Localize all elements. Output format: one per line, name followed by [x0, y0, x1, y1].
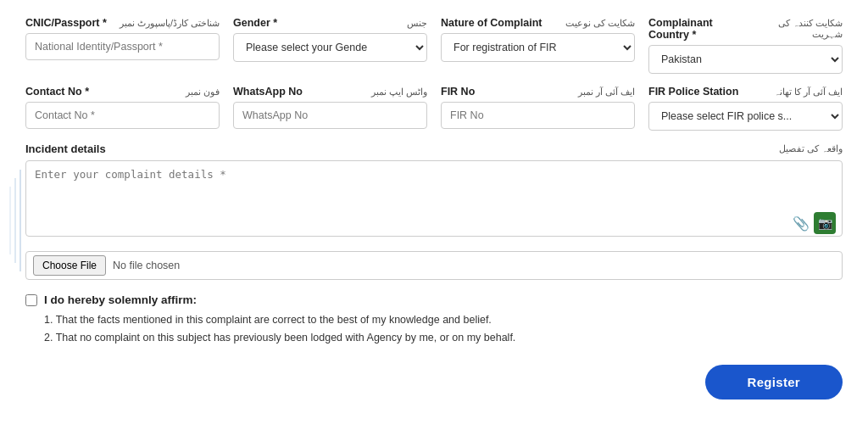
incident-textarea[interactable] [25, 160, 843, 237]
contact-field-group: Contact No * فون نمبر [25, 86, 220, 129]
paperclip-icon[interactable]: 📎 [792, 214, 810, 232]
affirm-checkbox[interactable] [25, 294, 37, 306]
camera-icon[interactable]: 📷 [814, 212, 836, 234]
fir-station-label-urdu: ایف آئی آر کا تھانہ [774, 87, 843, 98]
nature-select[interactable]: For registration of FIR Other [441, 33, 635, 62]
incident-label-text: Incident details [25, 142, 106, 155]
no-file-text: No file chosen [113, 260, 180, 271]
nature-label: Nature of Complaint شکایت کی نوعیت [441, 17, 635, 29]
textarea-icon-group: 📎 📷 [792, 212, 836, 234]
nature-label-text: Nature of Complaint [441, 17, 542, 29]
affirm-heading-text: I do hereby solemnly affirm: [44, 293, 197, 306]
file-input-row: Choose File No file chosen [25, 251, 843, 280]
row-2: Contact No * فون نمبر WhatsApp No واٹس ا… [25, 86, 843, 131]
register-row: Register [25, 365, 843, 400]
country-label-urdu: شکایت کنندہ کی شہریت [754, 18, 843, 40]
whatsapp-field-group: WhatsApp No واٹس ایپ نمبر [233, 86, 427, 129]
country-field-group: Complainant Country * شکایت کنندہ کی شہر… [648, 17, 843, 74]
affirm-item-2: That no complaint on this subject has pr… [44, 329, 843, 347]
row-1: CNIC/Passport * شناختی کارڈ/پاسپورٹ نمبر… [25, 17, 843, 74]
cnic-label-urdu: شناختی کارڈ/پاسپورٹ نمبر [120, 18, 220, 29]
whatsapp-label: WhatsApp No واٹس ایپ نمبر [233, 86, 427, 98]
nature-field-group: Nature of Complaint شکایت کی نوعیت For r… [441, 17, 635, 62]
fir-no-label: FIR No ایف آئی آر نمبر [441, 86, 635, 98]
choose-file-button[interactable]: Choose File [33, 255, 106, 276]
decorative-lines [0, 170, 24, 274]
register-button[interactable]: Register [705, 365, 843, 400]
fir-station-label-text: FIR Police Station [648, 86, 738, 98]
fir-station-label: FIR Police Station ایف آئی آر کا تھانہ [648, 86, 843, 98]
affirm-list: That the facts mentioned in this complai… [25, 311, 843, 348]
incident-label: Incident details واقعہ کی تفصیل [25, 142, 843, 155]
contact-label-text: Contact No * [25, 86, 89, 98]
fir-no-field-group: FIR No ایف آئی آر نمبر [441, 86, 635, 129]
gender-select[interactable]: Please select your Gende Male Female Oth… [233, 33, 427, 62]
affirm-title: I do hereby solemnly affirm: [25, 293, 843, 306]
whatsapp-input[interactable] [233, 102, 427, 129]
fir-no-label-urdu: ایف آئی آر نمبر [578, 87, 635, 98]
gender-label-text: Gender * [233, 17, 277, 29]
country-label-text: Complainant Country * [648, 17, 754, 41]
gender-label-urdu: جنس [407, 18, 427, 29]
whatsapp-label-urdu: واٹس ایپ نمبر [371, 87, 427, 98]
cnic-label-text: CNIC/Passport * [25, 17, 107, 29]
cnic-label: CNIC/Passport * شناختی کارڈ/پاسپورٹ نمبر [25, 17, 220, 29]
cnic-input[interactable] [25, 33, 220, 60]
incident-section: Incident details واقعہ کی تفصیل 📎 📷 [25, 142, 843, 239]
affirm-section: I do hereby solemnly affirm: That the fa… [25, 293, 843, 348]
fir-station-select[interactable]: Please select FIR police s... [648, 102, 843, 131]
fir-no-label-text: FIR No [441, 86, 475, 98]
nature-label-urdu: شکایت کی نوعیت [565, 18, 635, 29]
gender-field-group: Gender * جنس Please select your Gende Ma… [233, 17, 427, 62]
incident-label-urdu: واقعہ کی تفصیل [779, 143, 843, 154]
gender-label: Gender * جنس [233, 17, 427, 29]
whatsapp-label-text: WhatsApp No [233, 86, 303, 98]
fir-station-field-group: FIR Police Station ایف آئی آر کا تھانہ P… [648, 86, 843, 131]
cnic-field-group: CNIC/Passport * شناختی کارڈ/پاسپورٹ نمبر [25, 17, 220, 60]
country-select[interactable]: Pakistan Other [648, 45, 843, 74]
affirm-item-1: That the facts mentioned in this complai… [44, 311, 843, 329]
contact-label-urdu: فون نمبر [186, 87, 220, 98]
contact-input[interactable] [25, 102, 220, 129]
complaint-form: CNIC/Passport * شناختی کارڈ/پاسپورٹ نمبر… [25, 17, 843, 400]
textarea-wrapper: 📎 📷 [25, 160, 843, 239]
country-label: Complainant Country * شکایت کنندہ کی شہر… [648, 17, 843, 41]
fir-no-input[interactable] [441, 102, 635, 129]
contact-label: Contact No * فون نمبر [25, 86, 220, 98]
